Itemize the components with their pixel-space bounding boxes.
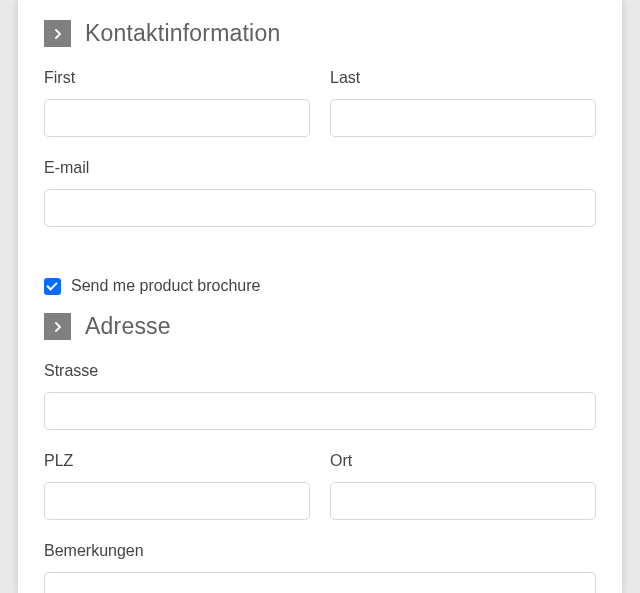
email-field: E-mail	[44, 159, 596, 227]
email-label: E-mail	[44, 159, 596, 177]
chevron-right-icon[interactable]	[44, 20, 71, 47]
section-header-contact: Kontaktinformation	[44, 20, 596, 47]
first-label: First	[44, 69, 310, 87]
brochure-checkbox[interactable]	[44, 278, 61, 295]
street-input[interactable]	[44, 392, 596, 430]
notes-label: Bemerkungen	[44, 542, 596, 560]
street-label: Strasse	[44, 362, 596, 380]
city-label: Ort	[330, 452, 596, 470]
city-input[interactable]	[330, 482, 596, 520]
last-input[interactable]	[330, 99, 596, 137]
first-input[interactable]	[44, 99, 310, 137]
street-field: Strasse	[44, 362, 596, 430]
form-card: Kontaktinformation First Last E-mail Sen…	[18, 0, 622, 593]
chevron-right-icon[interactable]	[44, 313, 71, 340]
section-header-address: Adresse	[44, 313, 596, 340]
zip-label: PLZ	[44, 452, 310, 470]
city-field: Ort	[330, 452, 596, 520]
first-field: First	[44, 69, 310, 137]
name-row: First Last	[44, 69, 596, 137]
zip-city-row: PLZ Ort	[44, 452, 596, 520]
zip-field: PLZ	[44, 452, 310, 520]
notes-field: Bemerkungen	[44, 542, 596, 593]
zip-input[interactable]	[44, 482, 310, 520]
section-title-address: Adresse	[85, 313, 171, 340]
notes-input[interactable]	[44, 572, 596, 593]
last-label: Last	[330, 69, 596, 87]
email-input[interactable]	[44, 189, 596, 227]
brochure-checkbox-row: Send me product brochure	[44, 277, 596, 295]
last-field: Last	[330, 69, 596, 137]
section-title-contact: Kontaktinformation	[85, 20, 280, 47]
brochure-checkbox-label: Send me product brochure	[71, 277, 260, 295]
